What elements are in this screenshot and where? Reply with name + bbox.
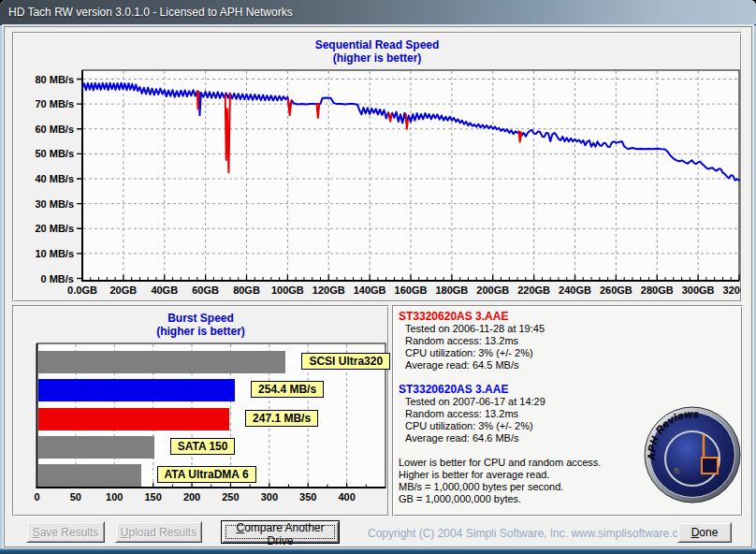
svg-text:280GB: 280GB: [641, 284, 674, 296]
bar-connector: [141, 474, 157, 476]
drive-model-header: ST3320620AS 3.AAE: [399, 384, 639, 396]
svg-text:100GB: 100GB: [271, 284, 304, 296]
burst-speed-panel: 050100150200250300350400 SCSI Ultra32025…: [12, 305, 389, 517]
drive-result-line: Random access: 13.2ms: [399, 335, 639, 347]
svg-text:300GB: 300GB: [682, 284, 715, 296]
burst-bar-label: SATA 150: [170, 438, 236, 455]
legend-note-line: GB = 1,000,000,000 bytes.: [399, 493, 639, 505]
title-bar[interactable]: HD Tach RW version 3.0.1.0 - Licensed to…: [0, 0, 756, 25]
burst-chart-subtitle: (higher is better): [13, 325, 388, 338]
drive-result-line: CPU utilization: 3% (+/- 2%): [399, 347, 639, 359]
hd-tach-window: HD Tach RW version 3.0.1.0 - Licensed to…: [0, 0, 756, 554]
svg-text:260GB: 260GB: [600, 284, 632, 296]
drive-result-line: Average read: 64.6 MB/s: [399, 432, 639, 445]
upload-results-button: Upload Results: [115, 521, 202, 543]
burst-bar-label: 247.1 MB/s: [245, 410, 318, 427]
burst-chart-title: Burst Speed: [13, 312, 388, 325]
sequential-read-panel: 0.0GB20GB40GB60GB80GB100GB120GB140GB160G…: [12, 32, 742, 302]
legend-note-line: Lower is better for CPU and random acces…: [399, 457, 639, 469]
svg-text:50 MB/s: 50 MB/s: [35, 148, 74, 159]
burst-bar: [38, 379, 236, 401]
burst-bar: [38, 436, 154, 459]
legend-note-line: Higher is better for average read.: [399, 469, 639, 481]
svg-text:10 MB/s: 10 MB/s: [35, 248, 74, 259]
client-area: 0.0GB20GB40GB60GB80GB100GB120GB140GB160G…: [4, 26, 752, 547]
done-button[interactable]: Done: [677, 522, 732, 543]
svg-text:0 MB/s: 0 MB/s: [41, 273, 74, 284]
svg-text:60GB: 60GB: [192, 284, 219, 296]
copyright-text: Copyright (C) 2004 Simpli Software, Inc.…: [368, 527, 693, 540]
compare-another-drive-button[interactable]: Compare Another Drive: [221, 520, 340, 544]
logo-letter: a: [674, 464, 680, 475]
legend-note-line: MB/s = 1,000,000 bytes per second.: [399, 481, 639, 493]
sequential-read-chart: 0.0GB20GB40GB60GB80GB100GB120GB140GB160G…: [13, 33, 741, 301]
drive-result-line: Tested on 2006-11-28 at 19:45: [399, 323, 639, 335]
save-results-button: Save Results: [26, 521, 105, 543]
drive-results-text: ST3320620AS 3.AAETested on 2006-11-28 at…: [399, 311, 639, 505]
spacer: [399, 445, 639, 457]
svg-text:220GB: 220GB: [517, 284, 550, 296]
svg-text:70 MB/s: 70 MB/s: [35, 98, 74, 109]
svg-text:200GB: 200GB: [476, 284, 509, 296]
drive-result-line: CPU utilization: 3% (+/- 2%): [399, 420, 639, 432]
bar-connector: [229, 418, 245, 420]
svg-text:40GB: 40GB: [151, 284, 178, 296]
burst-bar-label: SCSI Ultra320: [301, 353, 390, 370]
seq-read-dip-red: [197, 92, 198, 109]
svg-text:0.0GB: 0.0GB: [67, 284, 97, 296]
drive-result-line: Random access: 13.2ms: [399, 408, 639, 420]
bar-connector: [235, 389, 251, 391]
burst-bar: [38, 408, 230, 430]
seq-chart-title: Sequential Read Speed: [13, 38, 741, 51]
svg-text:140GB: 140GB: [354, 284, 386, 296]
svg-text:60 MB/s: 60 MB/s: [35, 124, 74, 135]
svg-text:320GB: 320GB: [723, 284, 741, 296]
window-title: HD Tach RW version 3.0.1.0 - Licensed to…: [8, 6, 293, 19]
logo-orange-square: [702, 458, 718, 474]
svg-text:80GB: 80GB: [233, 284, 260, 296]
burst-bar: [38, 464, 141, 487]
burst-bar-label: 254.4 MB/s: [251, 381, 324, 398]
svg-text:120GB: 120GB: [313, 284, 345, 296]
svg-text:180GB: 180GB: [435, 284, 468, 296]
svg-text:160GB: 160GB: [395, 284, 428, 296]
seq-chart-subtitle: (higher is better): [13, 51, 741, 65]
bar-connector: [154, 446, 170, 448]
drive-result-line: Tested on 2007-06-17 at 14:29: [399, 396, 639, 408]
bar-connector: [285, 361, 301, 363]
svg-text:40 MB/s: 40 MB/s: [35, 173, 74, 184]
aph-reviews-logo: APH Reviews a: [643, 399, 742, 513]
drive-result-line: Average read: 64.5 MB/s: [399, 359, 639, 372]
results-info-panel: ST3320620AS 3.AAETested on 2006-11-28 at…: [392, 305, 743, 517]
burst-bar-label: ATA UltraDMA 6: [157, 466, 256, 483]
svg-text:240GB: 240GB: [559, 284, 591, 296]
svg-text:20 MB/s: 20 MB/s: [35, 223, 74, 234]
burst-bar: [38, 351, 286, 373]
svg-text:30 MB/s: 30 MB/s: [35, 198, 74, 210]
svg-text:20GB: 20GB: [110, 284, 138, 296]
svg-text:80 MB/s: 80 MB/s: [35, 74, 74, 85]
drive-model-header: ST3320620AS 3.AAE: [399, 311, 639, 323]
